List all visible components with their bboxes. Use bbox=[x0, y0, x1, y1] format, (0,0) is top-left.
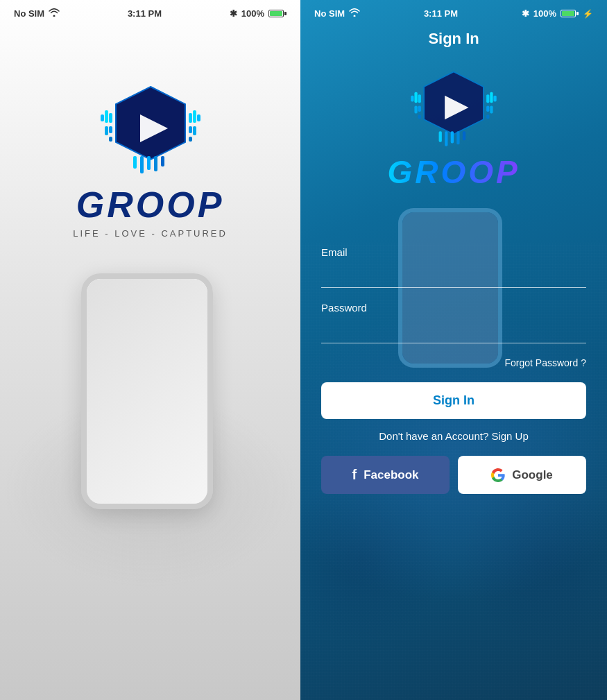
right-time: 3:11 PM bbox=[424, 8, 458, 19]
svg-rect-23 bbox=[414, 92, 417, 103]
signin-form: Email Password Forgot Password ? Sign In… bbox=[300, 246, 607, 700]
facebook-label: Facebook bbox=[364, 468, 418, 482]
left-tagline: LIFE - LOVE - CAPTURED bbox=[73, 228, 228, 239]
svg-rect-7 bbox=[189, 113, 192, 123]
svg-rect-30 bbox=[490, 105, 493, 113]
svg-rect-8 bbox=[189, 126, 192, 133]
right-brand-text: GROOP bbox=[387, 153, 520, 191]
svg-rect-11 bbox=[193, 126, 196, 135]
svg-rect-20 bbox=[418, 94, 421, 103]
social-buttons: f Facebook Google bbox=[321, 456, 586, 494]
svg-rect-14 bbox=[140, 156, 144, 173]
svg-rect-36 bbox=[463, 131, 465, 140]
svg-rect-6 bbox=[101, 114, 104, 121]
left-bluetooth-icon: ✱ bbox=[230, 8, 237, 19]
google-button[interactable]: Google bbox=[458, 456, 586, 494]
svg-rect-5 bbox=[105, 126, 108, 135]
left-logo-area: GROOP LIFE - LOVE - CAPTURED bbox=[73, 80, 228, 239]
left-carrier: No SIM bbox=[14, 8, 44, 19]
forgot-password-link[interactable]: Forgot Password ? bbox=[321, 357, 586, 368]
password-label: Password bbox=[321, 302, 586, 314]
svg-rect-24 bbox=[414, 105, 417, 113]
svg-rect-32 bbox=[439, 131, 442, 142]
email-input[interactable] bbox=[321, 264, 586, 288]
left-wifi-icon bbox=[49, 8, 60, 19]
left-status-left: No SIM bbox=[14, 8, 60, 19]
google-icon bbox=[491, 468, 505, 482]
svg-rect-12 bbox=[197, 114, 200, 121]
left-time: 3:11 PM bbox=[128, 8, 162, 19]
svg-rect-2 bbox=[109, 126, 112, 133]
left-status-bar: No SIM 3:11 PM ✱ 100% bbox=[0, 0, 300, 24]
svg-rect-35 bbox=[456, 131, 459, 144]
svg-rect-16 bbox=[154, 156, 157, 171]
right-status-right: ✱ 100% ⚡ bbox=[522, 8, 593, 19]
svg-rect-21 bbox=[418, 105, 421, 112]
svg-rect-33 bbox=[445, 131, 447, 146]
left-phone-mockup bbox=[81, 273, 220, 523]
svg-rect-13 bbox=[133, 156, 137, 169]
right-status-bar: No SIM 3:11 PM ✱ 100% ⚡ bbox=[300, 0, 607, 24]
svg-rect-22 bbox=[418, 114, 421, 119]
right-wifi-icon bbox=[349, 8, 360, 19]
right-bluetooth-icon: ✱ bbox=[522, 8, 529, 19]
right-logo-area: GROOP bbox=[300, 66, 607, 191]
right-signin-panel: No SIM 3:11 PM ✱ 100% ⚡ Sign In bbox=[300, 0, 607, 700]
left-phone-screen bbox=[87, 279, 207, 504]
svg-rect-25 bbox=[411, 96, 413, 102]
right-carrier: No SIM bbox=[314, 8, 345, 19]
svg-rect-9 bbox=[189, 137, 192, 142]
svg-rect-1 bbox=[109, 113, 112, 123]
left-battery-percent: 100% bbox=[241, 8, 264, 19]
facebook-icon: f bbox=[352, 467, 357, 483]
right-groop-logo-icon bbox=[405, 66, 502, 149]
svg-rect-31 bbox=[493, 96, 496, 102]
svg-rect-29 bbox=[490, 92, 493, 103]
svg-rect-17 bbox=[161, 156, 164, 167]
svg-rect-26 bbox=[486, 94, 489, 103]
email-field-group: Email bbox=[321, 246, 586, 288]
right-battery-icon bbox=[561, 10, 579, 17]
right-status-left: No SIM bbox=[314, 8, 360, 19]
svg-rect-15 bbox=[147, 156, 151, 170]
left-groop-logo-icon bbox=[95, 80, 206, 177]
svg-rect-28 bbox=[486, 114, 489, 119]
email-label: Email bbox=[321, 246, 586, 258]
svg-rect-10 bbox=[193, 110, 196, 123]
password-input[interactable] bbox=[321, 319, 586, 343]
svg-rect-4 bbox=[105, 110, 108, 123]
left-battery-icon bbox=[268, 10, 287, 17]
svg-rect-34 bbox=[451, 131, 454, 143]
right-title: Sign In bbox=[300, 24, 607, 59]
svg-rect-27 bbox=[486, 105, 489, 112]
left-splash-panel: No SIM 3:11 PM ✱ 100% bbox=[0, 0, 300, 700]
google-label: Google bbox=[512, 468, 553, 482]
facebook-button[interactable]: f Facebook bbox=[321, 456, 450, 494]
left-brand-text: GROOP bbox=[76, 184, 225, 225]
signin-button[interactable]: Sign In bbox=[321, 382, 586, 419]
password-field-group: Password bbox=[321, 302, 586, 343]
left-status-right: ✱ 100% bbox=[230, 8, 287, 19]
left-phone-frame bbox=[81, 273, 213, 509]
signup-link[interactable]: Don't have an Account? Sign Up bbox=[321, 430, 586, 442]
right-battery-percent: 100% bbox=[533, 8, 556, 19]
svg-rect-3 bbox=[109, 137, 112, 142]
right-bolt-icon: ⚡ bbox=[583, 9, 593, 19]
